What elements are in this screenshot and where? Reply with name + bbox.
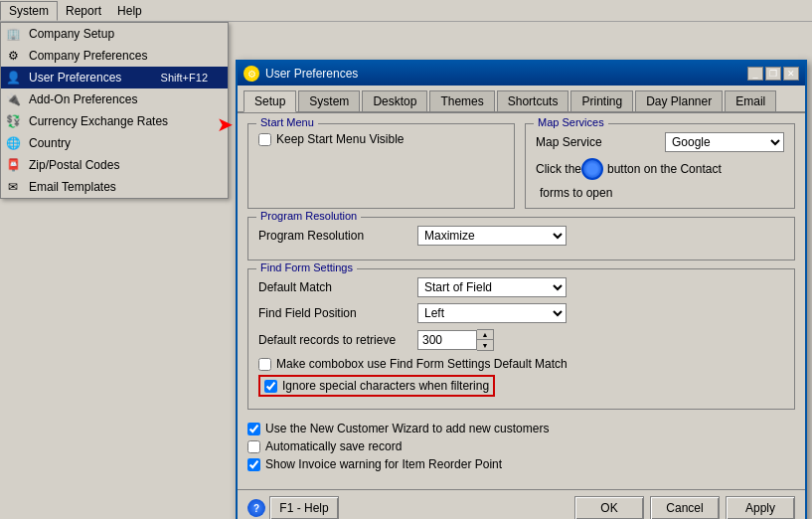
map-services-section: Map Services Map Service Google Bing Map… [525,123,795,209]
make-combobox-row: Make combobox use Find Form Settings Def… [258,357,784,371]
cancel-button[interactable]: Cancel [650,496,720,519]
find-field-position-label: Find Field Position [258,306,417,320]
addon-prefs-icon: 🔌 [5,91,21,107]
help-icon: ? [247,499,265,517]
dropdown-company-prefs[interactable]: ⚙ Company Preferences [1,45,228,67]
map-service-select[interactable]: Google Bing MapQuest [665,132,784,152]
default-records-row: Default records to retrieve ▲ ▼ [258,329,784,351]
new-customer-wizard-label: Use the New Customer Wizard to add new c… [265,422,549,435]
ignore-special-label: Ignore special characters when filtering [282,379,489,393]
tab-system[interactable]: System [298,90,360,112]
default-records-spinbox: ▲ ▼ [417,329,494,351]
program-resolution-section: Program Resolution Program Resolution Ma… [247,217,795,260]
map-services-label: Map Services [534,116,608,128]
currency-icon: 💱 [5,113,21,129]
forms-label: forms to open [536,186,784,200]
dialog-controls: _ ❐ ✕ [747,67,799,81]
button-label: button on the Contact [607,162,722,176]
menu-system[interactable]: System [0,1,58,21]
dialog-content: Start Menu Keep Start Menu Visible Map S… [238,113,805,489]
dropdown-user-prefs[interactable]: 👤 User Preferences Shift+F12 [1,67,228,88]
invoice-warning-label: Show Invoice warning for Item Reorder Po… [265,457,502,471]
email-icon: ✉ [5,179,21,195]
company-prefs-icon: ⚙ [5,48,21,64]
new-customer-wizard-checkbox[interactable] [247,423,260,435]
dialog-title-left: ⚙ User Preferences [244,66,358,82]
user-preferences-dialog: ⚙ User Preferences _ ❐ ✕ Setup System De… [236,60,807,519]
system-dropdown: 🏢 Company Setup ⚙ Company Preferences 👤 … [0,22,229,199]
tab-printing[interactable]: Printing [570,90,633,112]
dropdown-currency[interactable]: 💱 Currency Exchange Rates [1,110,228,132]
dialog-footer: ? F1 - Help OK Cancel Apply [238,489,805,519]
map-service-row: Map Service Google Bing MapQuest [536,132,784,152]
restore-button[interactable]: ❐ [765,67,781,81]
find-form-settings-label: Find Form Settings [256,261,357,273]
tab-setup[interactable]: Setup [244,90,296,112]
user-prefs-icon: 👤 [5,70,21,86]
dropdown-zip[interactable]: 📮 Zip/Postal Codes [1,154,228,176]
program-resolution-row: Program Resolution Maximize Normal Minim… [258,226,784,246]
close-button[interactable]: ✕ [783,67,799,81]
click-label: Click the [536,162,581,176]
menu-help[interactable]: Help [109,2,150,20]
tab-email[interactable]: Email [725,90,776,112]
map-service-field-label: Map Service [536,135,665,149]
dialog-titlebar: ⚙ User Preferences _ ❐ ✕ [238,62,805,86]
arrow-indicator: ➤ [217,112,234,136]
menu-bar: System Report Help [0,0,812,22]
map-service-btn-icon[interactable] [581,158,603,180]
tab-day-planner[interactable]: Day Planner [635,90,723,112]
apply-button[interactable]: Apply [726,496,795,519]
ignore-special-highlighted: Ignore special characters when filtering [258,375,495,397]
help-button[interactable]: F1 - Help [269,496,339,519]
keep-start-menu-row: Keep Start Menu Visible [258,132,504,146]
dialog-title: User Preferences [265,67,358,81]
tab-shortcuts[interactable]: Shortcuts [497,90,569,112]
find-form-settings-section: Find Form Settings Default Match Start o… [247,268,795,410]
program-resolution-label: Program Resolution [258,229,417,243]
auto-save-checkbox[interactable] [247,440,260,453]
country-icon: 🌐 [5,135,21,151]
bottom-checkboxes: Use the New Customer Wizard to add new c… [247,418,795,479]
footer-left: ? F1 - Help [247,496,339,519]
program-resolution-select[interactable]: Maximize Normal Minimize [417,226,567,246]
footer-right: OK Cancel Apply [574,496,795,519]
dropdown-country[interactable]: 🌐 Country [1,132,228,154]
dropdown-email-templates[interactable]: ✉ Email Templates [1,176,228,198]
ignore-special-checkbox[interactable] [264,380,277,393]
tab-themes[interactable]: Themes [429,90,494,112]
top-sections: Start Menu Keep Start Menu Visible Map S… [247,123,795,217]
tabs-container: Setup System Desktop Themes Shortcuts Pr… [238,86,805,113]
invoice-warning-checkbox[interactable] [247,458,260,471]
invoice-warning-row: Show Invoice warning for Item Reorder Po… [247,457,795,471]
start-menu-section: Start Menu Keep Start Menu Visible [247,123,515,209]
tab-desktop[interactable]: Desktop [362,90,427,112]
menu-report[interactable]: Report [58,2,109,20]
dropdown-addon-prefs[interactable]: 🔌 Add-On Preferences [1,88,228,110]
find-field-position-select[interactable]: Left Right Center [417,303,567,323]
make-combobox-label: Make combobox use Find Form Settings Def… [276,357,568,371]
zip-icon: 📮 [5,157,21,173]
ignore-special-row: Ignore special characters when filtering [258,375,784,397]
spinbox-up[interactable]: ▲ [477,330,493,340]
dialog-title-icon: ⚙ [244,66,259,82]
keep-start-menu-label: Keep Start Menu Visible [276,132,405,146]
default-records-input[interactable] [417,330,477,350]
map-service-button-row: Click the button on the Contact [536,158,784,180]
auto-save-row: Automatically save record [247,439,795,453]
start-menu-label: Start Menu [256,116,318,128]
spinbox-buttons: ▲ ▼ [477,329,494,351]
ok-button[interactable]: OK [574,496,644,519]
keep-start-menu-checkbox[interactable] [258,133,271,146]
default-records-label: Default records to retrieve [258,333,417,347]
find-field-position-row: Find Field Position Left Right Center [258,303,784,323]
program-resolution-section-label: Program Resolution [256,210,361,222]
minimize-button[interactable]: _ [747,67,763,81]
dropdown-company-setup[interactable]: 🏢 Company Setup [1,23,228,45]
company-setup-icon: 🏢 [5,26,21,42]
make-combobox-checkbox[interactable] [258,358,271,371]
spinbox-down[interactable]: ▼ [477,340,493,350]
default-match-select[interactable]: Start of Field Any Part of Field Exact M… [417,277,567,297]
auto-save-label: Automatically save record [265,439,402,453]
default-match-row: Default Match Start of Field Any Part of… [258,277,784,297]
